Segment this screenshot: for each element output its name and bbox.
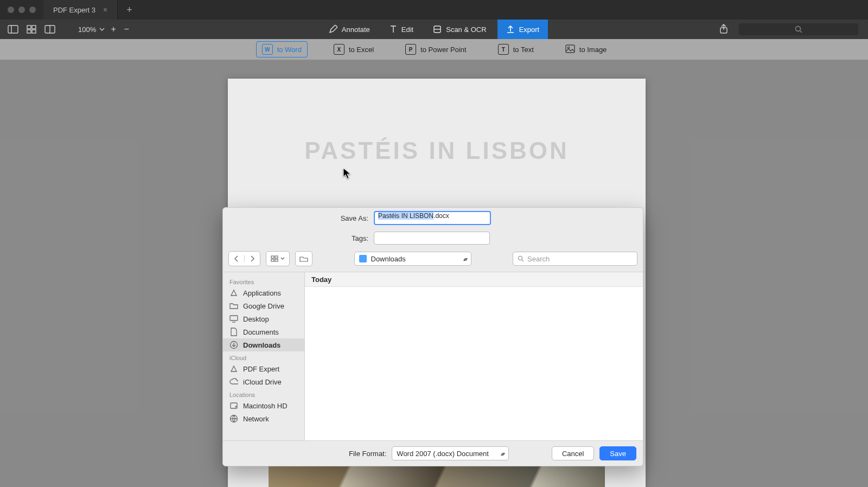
file-format-value: Word 2007 (.docx) Document [397,450,489,458]
sidebar-item-documents[interactable]: Documents [223,325,304,338]
svg-line-12 [800,31,802,33]
sidebar-item-label: Downloads [243,341,280,349]
net-icon [229,414,238,423]
view-mode-select[interactable] [266,251,290,266]
save-dialog: Save As: Pastéis IN LISBON.docx Tags: [222,207,643,466]
svg-rect-3 [32,25,36,29]
sidebar-item-label: Applications [243,289,281,297]
save-as-suffix: .docx [433,212,449,220]
dialog-search-field[interactable]: Search [513,252,637,266]
sidebar-item-label: Google Drive [243,302,284,310]
hd-icon [229,401,238,410]
sidebar-item-macintosh-hd[interactable]: Macintosh HD [223,399,304,412]
app-icon [229,289,238,297]
mode-edit-label: Edit [401,25,413,34]
close-window-icon[interactable] [8,7,14,13]
tags-field[interactable] [374,232,490,245]
sidebar-item-label: Macintosh HD [243,402,288,410]
mode-edit[interactable]: Edit [381,20,422,39]
sidebar-item-label: Documents [243,328,279,336]
document-tab-title: PDF Expert 3 [53,6,95,14]
fullscreen-window-icon[interactable] [29,7,36,13]
mode-export[interactable]: Export [497,20,548,39]
save-as-field[interactable]: Pastéis IN LISBON.docx [374,211,491,225]
nav-back-button[interactable] [229,255,244,262]
save-as-selected-text: Pastéis IN LISBON [378,212,433,220]
file-format-select[interactable]: Word 2007 (.docx) Document ▴▾ [392,446,509,460]
mode-scan-label: Scan & OCR [446,25,486,34]
svg-rect-2 [27,25,31,29]
doc-icon [229,328,238,336]
svg-rect-15 [271,256,274,258]
export-to-excel-label: to Excel [349,46,374,54]
sidebar-item-label: Desktop [243,315,269,323]
new-folder-button[interactable] [295,251,312,266]
location-name: Downloads [371,255,406,263]
export-to-text-label: to Text [513,46,534,54]
chevron-updown-icon: ▴▾ [463,256,467,262]
cancel-button[interactable]: Cancel [552,446,594,460]
save-button-label: Save [610,450,626,458]
zoom-value: 100% [78,25,96,34]
sidebar-item-label: PDF Expert [243,365,279,373]
zoom-in-button[interactable]: + [109,24,118,34]
document-area: PASTÉIS IN LISBON Save As: Pastéis IN LI… [0,60,868,487]
window-titlebar: PDF Expert 3 × + [0,0,868,20]
sidebar-item-network[interactable]: Network [223,412,304,425]
location-select[interactable]: Downloads ▴▾ [354,252,471,266]
history-nav [228,251,260,266]
svg-rect-5 [32,30,36,33]
svg-line-20 [522,260,524,261]
sidebar-heading-icloud: iCloud [223,351,304,362]
export-to-image[interactable]: to Image [560,42,612,57]
export-to-word[interactable]: W to Word [256,41,308,57]
close-tab-icon[interactable]: × [103,6,107,14]
downloads-folder-icon [359,255,367,262]
dialog-search-placeholder: Search [527,255,550,263]
desktop-icon [229,315,238,323]
folder-icon [229,302,238,310]
sidebar-item-desktop[interactable]: Desktop [223,312,304,325]
file-list[interactable]: Today [305,272,643,440]
svg-rect-18 [275,259,278,261]
excel-badge-icon: X [334,44,344,55]
svg-rect-16 [275,256,278,258]
new-tab-button[interactable]: + [118,4,141,16]
traffic-lights [0,7,43,13]
share-icon[interactable] [719,24,729,35]
zoom-out-button[interactable]: − [122,24,131,34]
zoom-select[interactable]: 100% [78,25,105,34]
sidebar-item-applications[interactable]: Applications [223,286,304,299]
dialog-nav-bar: Downloads ▴▾ Search [223,248,643,272]
save-button[interactable]: Save [599,446,636,460]
sidebar-item-downloads[interactable]: Downloads [223,338,304,351]
export-to-powerpoint[interactable]: P to Power Point [400,42,472,57]
toolbar-search[interactable] [739,23,858,35]
sidebar-item-pdf-expert[interactable]: PDF Expert [223,362,304,375]
split-view-icon[interactable] [44,25,55,34]
export-to-ppt-label: to Power Point [420,46,467,54]
nav-forward-button[interactable] [244,255,260,262]
sidebar-item-label: Network [243,415,269,423]
sidebar-item-google-drive[interactable]: Google Drive [223,299,304,312]
app-icon [229,364,238,373]
mode-scan-ocr[interactable]: Scan & OCR [424,20,495,39]
cloud-icon [229,377,238,386]
export-to-image-label: to Image [579,46,607,54]
powerpoint-badge-icon: P [405,44,416,55]
thumbnails-icon[interactable] [26,25,37,34]
save-as-label: Save As: [223,214,368,222]
file-list-group-header: Today [305,272,643,287]
sidebar-item-icloud-drive[interactable]: iCloud Drive [223,375,304,388]
export-to-excel[interactable]: X to Excel [328,42,379,57]
sidebar-heading-locations: Locations [223,388,304,399]
image-icon [565,44,575,55]
document-tab[interactable]: PDF Expert 3 × [43,0,118,20]
export-to-text[interactable]: T to Text [493,42,539,57]
toggle-sidebar-icon[interactable] [8,25,18,34]
sidebar-heading-favorites: Favorites [223,275,304,286]
sidebar-item-label: iCloud Drive [243,378,282,386]
mode-annotate[interactable]: Annotate [320,20,379,39]
svg-rect-4 [27,30,31,33]
minimize-window-icon[interactable] [18,7,25,13]
